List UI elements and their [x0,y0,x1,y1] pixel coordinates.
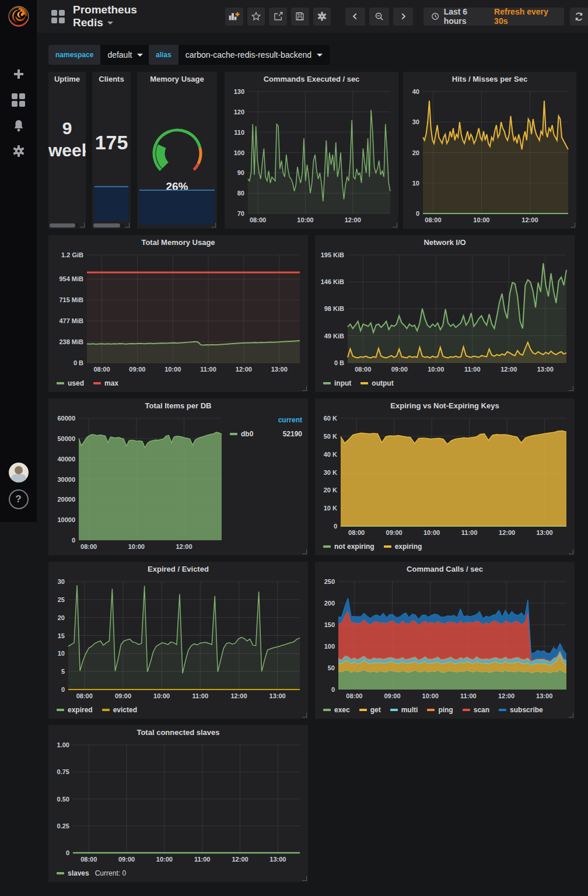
resize-handle[interactable] [302,713,307,718]
svg-text:110: 110 [234,129,244,136]
panel-title[interactable]: Total connected slaves [48,725,308,740]
chart-expired-evicted[interactable]: 08:0009:0010:0011:0012:0013:000510152025… [51,577,304,701]
svg-text:10:00: 10:00 [428,366,444,373]
svg-text:954 MiB: 954 MiB [59,275,83,282]
clock-icon [431,12,439,21]
legend-item-multi[interactable]: multi [390,706,418,714]
svg-text:10:00: 10:00 [153,692,170,699]
resize-handle[interactable] [302,550,307,554]
chart-hits-misses[interactable]: 08:0010:0012:00010203040 [405,87,573,225]
svg-text:98 KiB: 98 KiB [324,305,344,312]
alias-variable[interactable]: alias carbon-cache-redis-result-backend [149,45,330,65]
panel-settings-gear-button[interactable] [313,8,331,26]
zoom-out-button[interactable] [369,8,389,26]
chart-total-items[interactable]: 08:0010:0012:000100002000030000400005000… [51,414,226,552]
chart-network-io[interactable]: 08:0009:0010:0011:0012:0013:000 B49 KiB9… [317,250,571,374]
resize-handle[interactable] [80,223,85,228]
panel-title[interactable]: Memory Usage [137,72,217,87]
dashboard-picker-icon[interactable] [51,10,65,23]
legend-item-evicted[interactable]: evicted [102,706,137,714]
panel-title[interactable]: Commands Executed / sec [225,72,398,87]
legend-item-get[interactable]: get [359,706,381,714]
resize-handle[interactable] [393,223,397,228]
grafana-logo-icon[interactable] [6,4,32,29]
panel-hits-misses: Hits / Misses per Sec 08:0010:0012:00010… [403,72,576,229]
chart-connected-slaves[interactable]: 08:0009:0010:0011:0012:0013:0000.250.500… [51,740,304,864]
namespace-variable[interactable]: namespace default [48,45,150,65]
legend-item-ping[interactable]: ping [427,706,453,714]
refresh-interval-label: Refresh every 30s [494,7,556,26]
chevron-down-icon [107,22,113,24]
resize-handle[interactable] [302,876,307,881]
svg-text:15: 15 [58,632,65,639]
svg-text:30: 30 [58,578,65,585]
dashboard-title[interactable]: Prometheus Redis [73,4,170,29]
panel-title[interactable]: Total Memory Usage [48,235,308,250]
alerting-bell-icon[interactable] [0,113,37,138]
panel-title[interactable]: Command Calls / sec [315,562,575,577]
legend-item-input[interactable]: input [323,379,351,387]
panel-title[interactable]: Hits / Misses per Sec [403,72,576,87]
resize-handle[interactable] [569,386,573,391]
svg-text:0.50: 0.50 [57,796,69,803]
legend-item-slaves[interactable]: slavesCurrent: 0 [57,869,126,877]
legend-item-scan[interactable]: scan [463,706,489,714]
svg-text:10:00: 10:00 [156,856,173,863]
resize-handle[interactable] [211,223,216,228]
resize-handle[interactable] [570,223,575,228]
resize-handle[interactable] [569,713,573,718]
user-avatar[interactable] [9,463,29,482]
legend-item-output[interactable]: output [360,379,393,387]
panel-title[interactable]: Uptime [48,72,86,87]
panel-expired-evicted: Expired / Evicted 08:0009:0010:0011:0012… [48,562,308,719]
legend-current-header[interactable]: current [230,416,302,424]
save-button[interactable] [291,8,309,26]
svg-text:12:00: 12:00 [498,692,514,699]
refresh-button[interactable] [570,8,588,26]
chart-legend: expiredevicted [57,704,137,716]
svg-text:5: 5 [61,668,65,675]
svg-text:60000: 60000 [57,415,75,422]
legend-item-expired[interactable]: expired [57,706,93,714]
scrollbar[interactable] [93,223,124,228]
legend-item-expiring[interactable]: expiring [384,542,422,551]
legend-item-subscribe[interactable]: subscribe [499,706,543,714]
alias-value-dropdown[interactable]: carbon-cache-redis-result-backend [178,45,330,65]
legend-item-exec[interactable]: exec [323,706,350,714]
help-icon[interactable]: ? [9,489,29,509]
dashboards-icon[interactable] [0,87,37,113]
settings-gear-icon[interactable] [0,138,37,164]
chart-commands-executed[interactable]: 08:0010:0012:00708090100110120130 [227,87,395,225]
panel-title[interactable]: Expired / Evicted [48,562,308,577]
add-panel-button[interactable] [225,8,243,26]
chart-total-memory[interactable]: 08:0009:0010:0011:0012:0013:000 B238 MiB… [51,250,304,374]
legend-item-used[interactable]: used [57,379,84,387]
svg-text:10000: 10000 [57,516,75,523]
resize-handle[interactable] [125,223,130,228]
resize-handle[interactable] [569,550,573,554]
panel-title[interactable]: Clients [92,72,131,87]
legend-item-max[interactable]: max [93,379,118,387]
add-icon[interactable] [0,61,37,87]
namespace-value-dropdown[interactable]: default [100,45,150,65]
legend-item-not-expiring[interactable]: not expiring [323,542,374,551]
time-back-button[interactable] [345,8,365,26]
chart-command-calls[interactable]: 08:0009:0010:0011:0012:0013:000501001502… [317,577,571,701]
resize-handle[interactable] [302,386,307,391]
svg-text:13:00: 13:00 [271,366,288,373]
star-button[interactable] [247,8,265,26]
share-button[interactable] [269,8,287,26]
svg-text:0: 0 [331,686,335,693]
chart-expiring-keys[interactable]: 08:0009:0010:0011:0012:0013:00010 K20 K3… [317,414,571,538]
panel-title[interactable]: Expiring vs Not-Expiring Keys [315,398,575,414]
svg-text:08:00: 08:00 [346,692,362,699]
time-forward-button[interactable] [393,8,413,26]
panel-title[interactable]: Network I/O [315,235,575,250]
scrollbar[interactable] [50,223,79,228]
svg-text:195 KiB: 195 KiB [321,251,344,258]
svg-text:08:00: 08:00 [76,692,93,699]
legend-item-db0[interactable]: db052190 [230,430,302,438]
panel-title[interactable]: Total Items per DB [48,398,308,414]
time-range-picker[interactable]: Last 6 hours Refresh every 30s [424,8,564,26]
svg-text:08:00: 08:00 [355,366,371,373]
